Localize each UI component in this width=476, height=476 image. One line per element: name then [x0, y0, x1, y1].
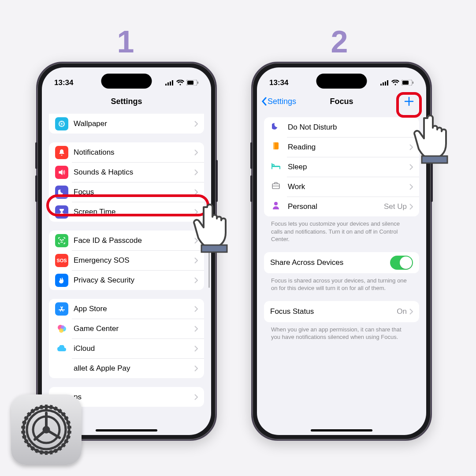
svg-rect-1 — [167, 82, 169, 86]
row-faceid[interactable]: Face ID & Passcode — [49, 231, 204, 250]
row-label: Share Across Devices — [270, 258, 390, 267]
signal-icon — [380, 80, 389, 86]
row-label: Privacy & Security — [74, 276, 194, 285]
gear-icon — [20, 403, 73, 456]
row-gamecenter[interactable]: Game Center — [49, 319, 204, 338]
share-group: Share Across Devices — [264, 252, 419, 273]
chevron-icon — [194, 394, 198, 400]
settings-app-icon — [11, 394, 82, 465]
step-number-2: 2 — [326, 24, 353, 60]
back-button[interactable]: Settings — [261, 97, 296, 106]
navbar-focus: Settings Focus — [257, 92, 426, 111]
row-label: allet & Apple Pay — [74, 364, 194, 373]
svg-rect-41 — [67, 431, 71, 434]
row-label: Personal — [288, 202, 384, 211]
row-icloud[interactable]: iCloud — [49, 338, 204, 358]
home-indicator[interactable] — [311, 429, 372, 431]
row-personal[interactable]: Personal Set Up — [264, 197, 419, 216]
chevron-icon — [194, 169, 198, 175]
settings-group-store: App Store Game Center iCloud — [49, 299, 204, 378]
svg-rect-5 — [187, 81, 193, 85]
speaker-icon — [55, 166, 68, 179]
footer-text: Focus lets you customize your devices an… — [264, 216, 419, 243]
settings-group-notifications: Notifications Sounds & Haptics Focus — [49, 142, 204, 222]
row-work[interactable]: Work — [264, 177, 419, 197]
row-wallpaper[interactable]: Wallpaper — [49, 114, 204, 134]
row-sos[interactable]: SOS Emergency SOS — [49, 250, 204, 270]
row-screentime[interactable]: Screen Time — [49, 202, 204, 222]
row-sleep[interactable]: Sleep — [264, 157, 419, 177]
bed-icon — [270, 162, 282, 171]
chevron-icon — [409, 184, 413, 190]
hourglass-icon — [55, 205, 68, 219]
book-icon — [270, 142, 282, 152]
svg-rect-15 — [201, 245, 227, 252]
hand-icon — [55, 274, 68, 287]
svg-rect-56 — [21, 426, 26, 429]
phone-mockup-settings: 13:34 Settings Wallpaper — [36, 62, 217, 441]
row-appstore[interactable]: App Store — [49, 299, 204, 319]
row-wallet[interactable]: allet & Apple Pay — [49, 358, 204, 378]
row-focus-status[interactable]: Focus Status On — [264, 301, 419, 322]
svg-rect-24 — [273, 142, 275, 149]
row-focus[interactable]: Focus — [49, 182, 204, 202]
row-notifications[interactable]: Notifications — [49, 142, 204, 162]
page-title: Settings — [111, 97, 142, 106]
row-share[interactable]: Share Across Devices — [264, 252, 419, 273]
svg-rect-40 — [67, 426, 71, 429]
settings-group-security: Face ID & Passcode SOS Emergency SOS Pri… — [49, 231, 204, 290]
toggle-switch[interactable] — [390, 256, 413, 270]
home-indicator[interactable] — [96, 429, 157, 431]
svg-rect-48 — [45, 451, 48, 455]
person-icon — [270, 201, 282, 212]
row-label: Emergency SOS — [74, 256, 194, 265]
svg-rect-55 — [21, 431, 26, 434]
row-sounds[interactable]: Sounds & Haptics — [49, 162, 204, 182]
svg-rect-22 — [413, 82, 413, 84]
svg-rect-3 — [172, 80, 173, 86]
tap-cursor-icon — [412, 109, 465, 169]
row-label: Focus Status — [270, 307, 397, 316]
add-button[interactable] — [401, 93, 417, 110]
row-label: App Store — [74, 305, 194, 313]
svg-rect-2 — [170, 82, 171, 86]
row-detail: Set Up — [384, 202, 407, 211]
row-dnd[interactable]: Do Not Disturb — [264, 117, 419, 137]
chevron-icon — [194, 121, 198, 127]
chevron-icon — [194, 306, 198, 312]
appstore-icon — [55, 302, 68, 316]
footer-text: Focus is shared across your devices, and… — [264, 273, 419, 292]
svg-point-14 — [61, 325, 64, 329]
svg-point-9 — [60, 239, 61, 240]
phone-mockup-focus: 13:34 Settings Focus — [251, 62, 432, 441]
chevron-left-icon — [261, 97, 267, 106]
row-privacy[interactable]: Privacy & Security — [49, 270, 204, 290]
status-group: Focus Status On — [264, 301, 419, 322]
settings-group-display: Wallpaper — [49, 114, 204, 134]
cloud-icon — [55, 342, 68, 355]
svg-rect-21 — [402, 81, 409, 85]
row-label: Sounds & Haptics — [74, 168, 194, 177]
row-label: Focus — [74, 188, 194, 197]
svg-rect-27 — [422, 156, 447, 163]
status-time: 13:34 — [54, 78, 73, 87]
bell-icon — [55, 146, 68, 159]
chevron-icon — [409, 204, 413, 210]
row-label: Game Center — [74, 324, 194, 333]
moon-icon — [270, 122, 282, 132]
row-label: Work — [288, 182, 409, 191]
svg-rect-6 — [197, 82, 198, 84]
gamecenter-icon — [55, 322, 68, 335]
moon-icon — [55, 186, 68, 199]
faceid-icon — [55, 234, 68, 247]
wifi-icon — [176, 80, 184, 86]
wallpaper-icon — [55, 117, 68, 130]
focus-modes-list: Do Not Disturb Reading Sleep — [264, 117, 419, 216]
step-number-1: 1 — [112, 24, 139, 60]
svg-rect-19 — [387, 80, 388, 86]
svg-point-8 — [61, 123, 63, 125]
battery-icon — [402, 80, 414, 86]
chevron-icon — [194, 257, 198, 264]
row-reading[interactable]: Reading — [264, 137, 419, 157]
plus-icon — [404, 96, 414, 107]
